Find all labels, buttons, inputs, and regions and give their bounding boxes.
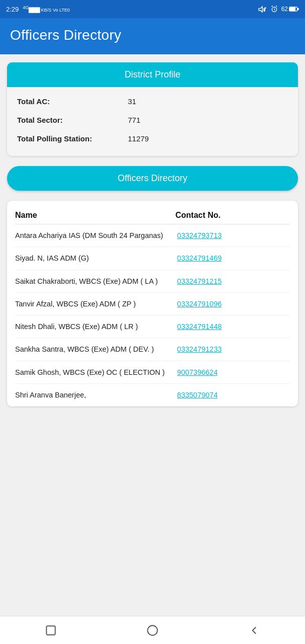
circle-icon [146,624,159,637]
table-row: Siyad. N, IAS ADM (G)03324791469 [15,247,290,270]
district-profile-card: District Profile Total AC: 31 Total Sect… [7,62,298,156]
table-row: Nitesh Dhali, WBCS (Exe) ADM ( LR )03324… [15,315,290,338]
officer-contact[interactable]: 03324793713 [177,230,290,240]
officer-name: Samik Ghosh, WBCS (Exe) OC ( ELECTION ) [15,367,177,377]
officers-directory-button[interactable]: Officers Directory [7,166,298,191]
total-ac-label: Total AC: [17,97,128,106]
officers-table-card: Name Contact No. Antara Achariya IAS (DM… [7,201,298,407]
total-polling-row: Total Polling Station: 11279 [17,129,288,148]
table-row: Tanvir Afzal, WBCS (Exe) ADM ( ZP )03324… [15,293,290,315]
svg-point-13 [147,625,158,635]
officer-name: Tanvir Afzal, WBCS (Exe) ADM ( ZP ) [15,299,177,309]
officer-contact[interactable]: 8335079074 [177,390,290,400]
svg-marker-0 [259,7,262,12]
battery-display: 62 [281,6,299,13]
mute-icon [258,6,267,13]
total-ac-value: 31 [128,97,136,106]
officer-name: Siyad. N, IAS ADM (G) [15,253,177,263]
svg-line-8 [276,6,277,7]
svg-line-7 [271,6,272,7]
total-ac-row: Total AC: 31 [17,92,288,111]
alarm-icon [270,5,278,13]
officer-name: Antara Achariya IAS (DM South 24 Pargana… [15,230,177,240]
svg-line-6 [274,10,275,10]
battery-icon [289,6,299,12]
home-button[interactable] [145,623,160,637]
back-icon [248,624,261,637]
table-row: Saikat Chakraborti, WBCS (Exe) ADM ( LA … [15,270,290,293]
main-content: District Profile Total AC: 31 Total Sect… [0,54,305,616]
officer-name: Nitesh Dhali, WBCS (Exe) ADM ( LR ) [15,321,177,332]
time-display: 2:29 [6,6,19,13]
app-header: Officers Directory [0,18,305,54]
officer-contact[interactable]: 03324791096 [177,299,290,309]
bottom-nav [0,616,305,644]
svg-rect-12 [46,626,55,634]
officer-contact[interactable]: 03324791233 [177,344,290,354]
officer-name: Sankha Santra, WBCS (Exe) ADM ( DEV. ) [15,344,177,354]
recent-apps-button[interactable] [44,623,58,637]
table-row: Samik Ghosh, WBCS (Exe) OC ( ELECTION )9… [15,361,290,384]
col-contact-header: Contact No. [176,211,290,220]
district-profile-body: Total AC: 31 Total Sector: 771 Total Pol… [7,87,298,156]
signal-info: ​4G​ ▇▇▇ KB/S Vo LTE0 [23,5,70,13]
table-row: Shri Aranva Banerjee,8335079074 [15,384,290,407]
officer-name: Shri Aranva Banerjee, [15,390,177,400]
total-sector-label: Total Sector: [17,116,128,124]
officer-contact[interactable]: 03324791469 [177,253,290,263]
officer-contact[interactable]: 9007396624 [177,367,290,377]
status-left: 2:29 ​4G​ ▇▇▇ KB/S Vo LTE0 [6,5,70,13]
status-right: 62 [258,5,299,13]
page-title: Officers Directory [10,27,295,43]
total-polling-value: 11279 [128,134,149,143]
table-row: Sankha Santra, WBCS (Exe) ADM ( DEV. )03… [15,338,290,361]
total-polling-label: Total Polling Station: [17,134,128,143]
officer-contact[interactable]: 03324791215 [177,276,290,286]
table-header-row: Name Contact No. [15,206,290,224]
svg-rect-10 [290,8,295,11]
table-row: Antara Achariya IAS (DM South 24 Pargana… [15,224,290,247]
square-icon [44,624,57,637]
total-sector-value: 771 [128,116,140,124]
officer-name: Saikat Chakraborti, WBCS (Exe) ADM ( LA … [15,276,177,286]
status-bar: 2:29 ​4G​ ▇▇▇ KB/S Vo LTE0 62 [0,0,305,18]
officers-list: Antara Achariya IAS (DM South 24 Pargana… [15,224,290,407]
total-sector-row: Total Sector: 771 [17,111,288,129]
back-button[interactable] [247,623,261,637]
svg-rect-11 [297,8,299,10]
district-profile-header: District Profile [7,62,298,87]
col-name-header: Name [15,211,176,220]
officer-contact[interactable]: 03324791448 [177,321,290,332]
